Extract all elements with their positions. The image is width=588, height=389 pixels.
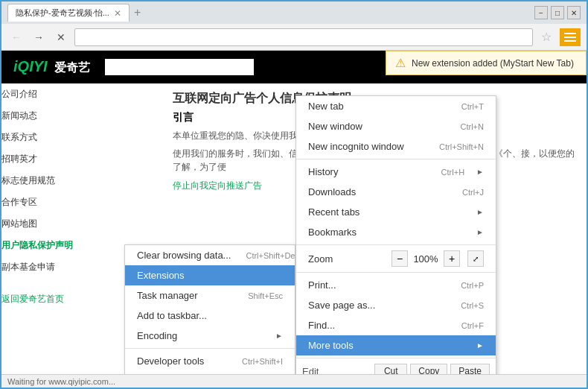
- tab-label: 隐私保护-爱奇艺视频·怡...: [16, 7, 109, 19]
- menu-item-task-manager[interactable]: Task manager Shift+Esc: [125, 285, 295, 306]
- sidebar-item-contact[interactable]: 联系方式: [1, 127, 76, 148]
- zoom-plus-button[interactable]: +: [444, 250, 460, 267]
- zoom-row: Zoom − 100% + ⤢: [296, 247, 496, 270]
- tab-close-button[interactable]: ✕: [114, 8, 121, 19]
- sidebar-item-logo-usage[interactable]: 标志使用规范: [1, 170, 76, 192]
- menu-item-encoding[interactable]: Encoding ►: [125, 326, 295, 346]
- notification-icon: ⚠: [395, 56, 406, 70]
- sidebar-item-fund[interactable]: 副本基金申请: [1, 256, 76, 278]
- maximize-button[interactable]: □: [551, 6, 564, 19]
- sidebar-item-company[interactable]: 公司介绍: [1, 83, 76, 105]
- menu-item-more-tools[interactable]: More tools ►: [296, 335, 496, 355]
- menu-item-incognito[interactable]: New incognito window Ctrl+Shift+N: [296, 136, 496, 156]
- nav-bar: ← → ✕ ☆: [1, 24, 587, 51]
- menu-divider-2: [296, 244, 496, 245]
- paste-button[interactable]: Paste: [450, 364, 490, 374]
- notification-bar: ⚠ New extension added (MyStart New Tab): [386, 51, 587, 75]
- back-button[interactable]: ←: [7, 28, 25, 46]
- zoom-value: 100%: [412, 253, 439, 265]
- menu-item-save-page[interactable]: Save page as... Ctrl+S: [296, 295, 496, 315]
- menu-item-print[interactable]: Print... Ctrl+P: [296, 275, 496, 295]
- menu-item-dev-tools[interactable]: Developer tools Ctrl+Shift+I: [125, 351, 295, 371]
- sidebar-item-partner[interactable]: 合作专区: [1, 192, 76, 213]
- sidebar-item-privacy[interactable]: 用户隐私保护声明: [1, 235, 76, 256]
- chrome-menu-button[interactable]: [560, 28, 581, 46]
- menu-item-new-window[interactable]: New window Ctrl+N: [296, 116, 496, 136]
- edit-row: Edit Cut Copy Paste: [296, 361, 496, 374]
- menu-divider-4: [296, 358, 496, 358]
- menu-item-history[interactable]: History Ctrl+H►: [296, 162, 496, 182]
- zoom-minus-button[interactable]: −: [392, 250, 408, 267]
- reload-button[interactable]: ✕: [52, 28, 70, 46]
- content-area: iQIYI 爱奇艺 公司介绍 新闻动态 联系方式 招聘英才 标志使用规范 合作专…: [1, 51, 587, 374]
- cut-button[interactable]: Cut: [374, 364, 407, 374]
- menu-item-downloads[interactable]: Downloads Ctrl+J: [296, 182, 496, 202]
- forward-button[interactable]: →: [30, 28, 48, 46]
- status-text: Waiting for www.qiyipic.com...: [7, 377, 115, 386]
- back-link[interactable]: 返回爱奇艺首页: [1, 294, 64, 304]
- minimize-button[interactable]: −: [534, 6, 548, 19]
- more-tools-submenu: Clear browsing data... Ctrl+Shift+Del Ex…: [124, 244, 295, 374]
- menu-item-bookmarks[interactable]: Bookmarks ►: [296, 222, 496, 242]
- notification-text: New extension added (MyStart New Tab): [412, 58, 574, 69]
- iqiyi-logo: iQIYI 爱奇艺: [13, 58, 90, 76]
- chrome-context-menu: New tab Ctrl+T New window Ctrl+N New inc…: [295, 95, 496, 374]
- menu-divider-primary-1: [125, 348, 295, 349]
- title-bar: 隐私保护-爱奇艺视频·怡... ✕ + − □ ✕: [1, 1, 587, 24]
- browser-tab[interactable]: 隐私保护-爱奇艺视频·怡... ✕: [7, 4, 130, 22]
- iqiyi-search-input[interactable]: [105, 59, 254, 75]
- close-button[interactable]: ✕: [567, 6, 581, 19]
- sidebar: 公司介绍 新闻动态 联系方式 招聘英才 标志使用规范 合作专区 网站地图 用户隐…: [1, 83, 76, 374]
- sidebar-item-sitemap[interactable]: 网站地图: [1, 213, 76, 235]
- new-tab-button[interactable]: +: [134, 6, 141, 19]
- menu-item-extensions[interactable]: Extensions: [125, 265, 295, 285]
- menu-item-add-taskbar[interactable]: Add to taskbar...: [125, 306, 295, 326]
- zoom-fullscreen-button[interactable]: ⤢: [467, 250, 484, 267]
- address-bar[interactable]: [74, 28, 533, 46]
- menu-item-find[interactable]: Find... Ctrl+F: [296, 315, 496, 335]
- menu-item-view-source[interactable]: View source Ctrl+U: [125, 371, 295, 374]
- copy-button[interactable]: Copy: [410, 364, 447, 374]
- zoom-label: Zoom: [308, 253, 387, 265]
- bookmark-star-icon[interactable]: ☆: [537, 28, 555, 46]
- hamburger-icon: [564, 33, 576, 42]
- window-controls: − □ ✕: [534, 6, 581, 19]
- status-bar: Waiting for www.qiyipic.com...: [1, 374, 587, 388]
- menu-divider-3: [296, 272, 496, 273]
- menu-item-recent-tabs[interactable]: Recent tabs ►: [296, 202, 496, 222]
- sidebar-item-news[interactable]: 新闻动态: [1, 105, 76, 127]
- browser-frame: 隐私保护-爱奇艺视频·怡... ✕ + − □ ✕ ← → ✕ ☆: [0, 0, 588, 389]
- edit-label: Edit: [302, 366, 371, 375]
- menu-item-clear-browsing[interactable]: Clear browsing data... Ctrl+Shift+Del: [125, 245, 295, 265]
- menu-divider-1: [296, 159, 496, 159]
- sidebar-item-recruit[interactable]: 招聘英才: [1, 148, 76, 170]
- menu-item-new-tab[interactable]: New tab Ctrl+T: [296, 96, 496, 116]
